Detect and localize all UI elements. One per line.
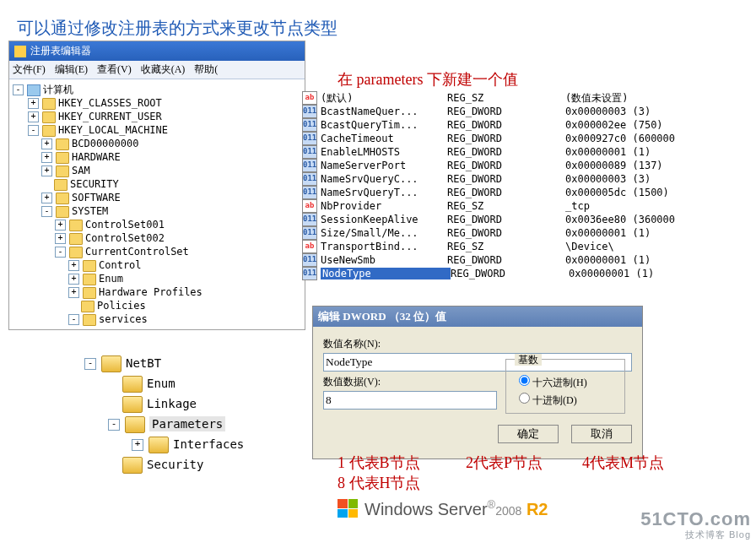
tree-node[interactable]: Enum (84, 373, 283, 393)
radio-hex[interactable] (519, 375, 530, 386)
tree-node[interactable]: +SOFTWARE (13, 191, 305, 204)
value-row[interactable]: 011CacheTimeoutREG_DWORD0x000927c0 (6000… (302, 132, 749, 145)
expand-icon[interactable]: + (55, 233, 66, 244)
expand-icon[interactable]: - (13, 84, 24, 95)
value-row[interactable]: 011SessionKeepAliveREG_DWORD0x0036ee80 (… (302, 213, 749, 226)
value-row[interactable]: abTransportBind...REG_SZ\Device\ (302, 240, 749, 253)
tree-node[interactable]: Linkage (84, 393, 283, 414)
tree-node[interactable]: +Control (13, 258, 305, 272)
folder-icon (42, 125, 56, 137)
expand-icon[interactable]: + (41, 152, 52, 163)
value-row[interactable]: 011UseNewSmbREG_DWORD0x00000001 (1) (302, 253, 749, 267)
value-type: REG_DWORD (447, 119, 565, 131)
value-data: 0x00000089 (137) (565, 160, 749, 171)
expand-icon[interactable]: + (68, 274, 79, 285)
tree-node[interactable]: +ControlSet002 (13, 231, 305, 245)
expand-icon[interactable]: + (68, 260, 79, 271)
tree-node[interactable]: +HKEY_CLASSES_ROOT (13, 96, 305, 110)
value-row[interactable]: 011NameSrvQueryT...REG_DWORD0x000005dc (… (302, 186, 749, 199)
value-row[interactable]: 011Size/Small/Me...REG_DWORD0x00000001 (… (302, 226, 749, 240)
value-row[interactable]: 011EnableLMHOSTSREG_DWORD0x00000001 (1) (302, 145, 749, 159)
folder-icon (122, 396, 143, 413)
tree-node[interactable]: Security (84, 454, 283, 475)
menu-help[interactable]: 帮助( (194, 63, 218, 75)
menu-file[interactable]: 文件(F) (13, 63, 46, 75)
input-value-data[interactable] (323, 391, 497, 410)
tree-node[interactable]: -HKEY_LOCAL_MACHINE (13, 123, 305, 137)
legend-1: 1 代表B节点 (338, 453, 420, 473)
value-data: 0x000005dc (1500) (565, 187, 749, 198)
tree-node[interactable]: +Interfaces (84, 434, 283, 454)
expand-icon[interactable]: - (28, 125, 39, 136)
menu-edit[interactable]: 编辑(E) (55, 63, 88, 75)
menu-fav[interactable]: 收藏夹(A) (141, 63, 186, 75)
expand-icon[interactable]: + (41, 165, 52, 176)
expand-icon[interactable]: - (84, 358, 96, 370)
tree-node[interactable]: -CurrentControlSet (13, 245, 305, 258)
ok-button[interactable]: 确定 (498, 425, 559, 443)
expand-icon[interactable]: - (41, 206, 52, 217)
legend-2: 2代表P节点 (466, 453, 543, 473)
folder-icon (42, 98, 56, 110)
tree-node[interactable]: Policies (13, 299, 305, 312)
expand-icon[interactable]: - (68, 314, 79, 325)
expand-icon[interactable]: + (28, 111, 39, 122)
tree-node[interactable]: -SYSTEM (13, 204, 305, 218)
netbt-tree[interactable]: -NetBTEnumLinkage-Parameters+InterfacesS… (84, 353, 283, 475)
tree-node[interactable]: -计算机 (13, 83, 305, 96)
value-row[interactable]: 011NameSrvQueryC...REG_DWORD0x00000003 (… (302, 172, 749, 186)
radio-dec[interactable] (519, 393, 530, 404)
folder-icon (27, 84, 40, 96)
menu-view[interactable]: 查看(V) (97, 63, 132, 75)
expand-icon[interactable]: + (132, 439, 143, 451)
footer-brand: Windows Server®2008 R2 (338, 498, 548, 519)
expand-icon[interactable]: - (108, 419, 120, 431)
expand-icon[interactable]: + (28, 98, 39, 109)
regedit-values[interactable]: ab(默认)REG_SZ(数值未设置)011BcastNameQuer...RE… (302, 91, 749, 280)
tree-label: Enum (99, 273, 123, 285)
folder-icon (83, 274, 96, 285)
folder-icon (42, 111, 56, 123)
tree-node[interactable]: -NetBT (84, 353, 283, 373)
value-row[interactable]: 011NodeTypeREG_DWORD0x00000001 (1) (302, 267, 749, 280)
expand-icon[interactable]: + (55, 220, 66, 231)
value-name: Size/Small/Me... (321, 227, 447, 239)
tree-node[interactable]: +HKEY_CURRENT_USER (13, 110, 305, 123)
folder-icon (83, 314, 96, 326)
tree-node[interactable]: +SAM (13, 164, 305, 177)
regedit-tree[interactable]: -计算机+HKEY_CLASSES_ROOT+HKEY_CURRENT_USER… (9, 79, 305, 329)
expand-icon[interactable]: - (55, 247, 66, 258)
regedit-icon (14, 46, 26, 57)
cancel-button[interactable]: 取消 (571, 425, 632, 443)
value-row[interactable]: ab(默认)REG_SZ(数值未设置) (302, 91, 749, 105)
tree-node[interactable]: +ControlSet001 (13, 218, 305, 231)
folder-icon (122, 457, 143, 474)
value-row[interactable]: 011NameServerPortREG_DWORD0x00000089 (13… (302, 159, 749, 172)
binary-icon: 011 (302, 213, 317, 226)
value-name: NbProvider (321, 200, 447, 212)
windows-flag-icon (338, 499, 358, 518)
value-type: REG_DWORD (451, 268, 569, 279)
tree-node[interactable]: +BCD00000000 (13, 137, 305, 150)
value-name: SessionKeepAlive (321, 214, 447, 225)
string-icon: ab (302, 91, 317, 105)
tree-node[interactable]: -Parameters (84, 414, 283, 434)
value-row[interactable]: 011BcastQueryTim...REG_DWORD0x000002ee (… (302, 118, 749, 132)
watermark-big: 51CTO.com (640, 510, 751, 529)
value-row[interactable]: abNbProviderREG_SZ_tcp (302, 199, 749, 213)
dword-dialog-title: 编辑 DWORD （32 位）值 (313, 307, 642, 327)
tree-node[interactable]: +Hardware Profiles (13, 285, 305, 299)
tree-node[interactable]: +Enum (13, 272, 305, 285)
value-name: TransportBind... (321, 241, 447, 252)
tree-node[interactable]: -services (13, 312, 305, 326)
expand-icon[interactable]: + (68, 287, 79, 298)
tree-node[interactable]: SECURITY (13, 177, 305, 191)
value-row[interactable]: 011BcastNameQuer...REG_DWORD0x00000003 (… (302, 105, 749, 118)
expand-icon[interactable]: + (41, 193, 52, 203)
expand-icon[interactable]: + (41, 138, 52, 149)
binary-icon: 011 (302, 226, 317, 240)
brand-text: Windows Server®2008 R2 (364, 498, 548, 519)
tree-node[interactable]: +HARDWARE (13, 150, 305, 164)
folder-icon (83, 260, 96, 272)
value-data: (数值未设置) (565, 91, 749, 106)
